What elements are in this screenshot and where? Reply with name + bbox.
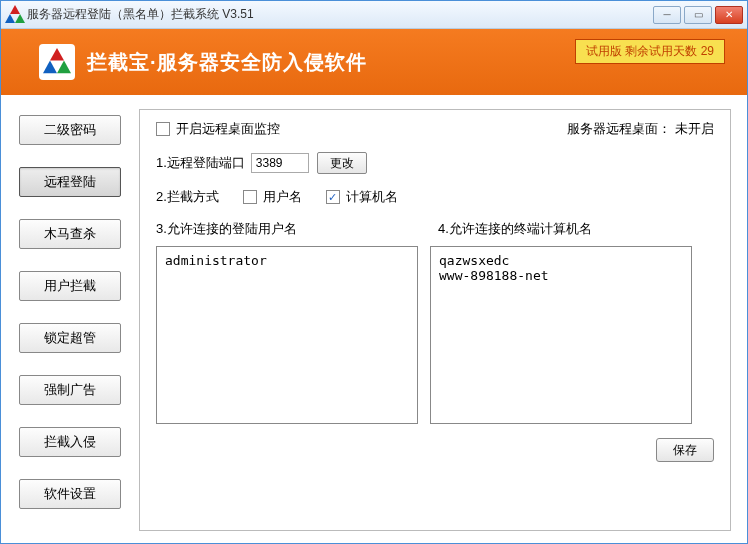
trial-badge: 试用版 剩余试用天数 29: [575, 39, 725, 64]
close-button[interactable]: ✕: [715, 6, 743, 24]
sidebar-item-remote-login[interactable]: 远程登陆: [19, 167, 121, 197]
allow-user-label: 3.允许连接的登陆用户名: [156, 220, 418, 238]
sidebar-item-label: 锁定超管: [44, 329, 96, 347]
window-controls: ─ ▭ ✕: [653, 6, 743, 24]
sidebar-item-label: 木马查杀: [44, 225, 96, 243]
save-button[interactable]: 保存: [656, 438, 714, 462]
server-status-label: 服务器远程桌面：: [567, 121, 671, 136]
brand-logo-icon: [39, 44, 75, 80]
sidebar-item-lock-admin[interactable]: 锁定超管: [19, 323, 121, 353]
sidebar-item-intrusion-block[interactable]: 拦截入侵: [19, 427, 121, 457]
app-window: 服务器远程登陆（黑名单）拦截系统 V3.51 ─ ▭ ✕ 拦截宝·服务器安全防入…: [0, 0, 748, 544]
sidebar-item-secondary-password[interactable]: 二级密码: [19, 115, 121, 145]
sidebar-item-label: 强制广告: [44, 381, 96, 399]
allowed-computers-list[interactable]: qazwsxedc www-898188-net: [430, 246, 692, 424]
brand-title: 拦截宝·服务器安全防入侵软件: [87, 49, 367, 76]
enable-monitor-label: 开启远程桌面监控: [176, 120, 280, 138]
main-panel: 开启远程桌面监控 服务器远程桌面： 未开启 1.远程登陆端口 更改 2.拦截方式…: [139, 109, 731, 531]
sidebar-item-user-block[interactable]: 用户拦截: [19, 271, 121, 301]
body: 二级密码 远程登陆 木马查杀 用户拦截 锁定超管 强制广告 拦截入侵 软件设置 …: [1, 95, 747, 543]
change-port-button[interactable]: 更改: [317, 152, 367, 174]
row-port: 1.远程登陆端口 更改: [156, 152, 714, 174]
titlebar: 服务器远程登陆（黑名单）拦截系统 V3.51 ─ ▭ ✕: [1, 1, 747, 29]
lists-row: administrator qazwsxedc www-898188-net: [156, 246, 714, 424]
server-status: 服务器远程桌面： 未开启: [567, 120, 714, 138]
list-labels-row: 3.允许连接的登陆用户名 4.允许连接的终端计算机名: [156, 220, 714, 238]
sidebar-item-label: 软件设置: [44, 485, 96, 503]
method-label: 2.拦截方式: [156, 188, 219, 206]
sidebar-item-label: 二级密码: [44, 121, 96, 139]
maximize-button[interactable]: ▭: [684, 6, 712, 24]
sidebar-item-label: 远程登陆: [44, 173, 96, 191]
row-method: 2.拦截方式 用户名 计算机名: [156, 188, 714, 206]
port-input[interactable]: [251, 153, 309, 173]
row-enable-monitor: 开启远程桌面监控 服务器远程桌面： 未开启: [156, 120, 714, 138]
by-computer-checkbox[interactable]: [326, 190, 340, 204]
minimize-button[interactable]: ─: [653, 6, 681, 24]
enable-monitor-checkbox[interactable]: [156, 122, 170, 136]
sidebar: 二级密码 远程登陆 木马查杀 用户拦截 锁定超管 强制广告 拦截入侵 软件设置: [19, 109, 121, 531]
sidebar-item-label: 拦截入侵: [44, 433, 96, 451]
window-title: 服务器远程登陆（黑名单）拦截系统 V3.51: [27, 6, 653, 23]
app-icon: [5, 7, 21, 23]
sidebar-item-label: 用户拦截: [44, 277, 96, 295]
by-computer-label: 计算机名: [346, 188, 398, 206]
port-label: 1.远程登陆端口: [156, 154, 245, 172]
server-status-value: 未开启: [675, 121, 714, 136]
allow-computer-label: 4.允许连接的终端计算机名: [438, 220, 700, 238]
sidebar-item-settings[interactable]: 软件设置: [19, 479, 121, 509]
save-row: 保存: [156, 438, 714, 462]
header: 拦截宝·服务器安全防入侵软件 试用版 剩余试用天数 29: [1, 29, 747, 95]
by-user-label: 用户名: [263, 188, 302, 206]
sidebar-item-force-ads[interactable]: 强制广告: [19, 375, 121, 405]
by-user-checkbox[interactable]: [243, 190, 257, 204]
allowed-users-list[interactable]: administrator: [156, 246, 418, 424]
sidebar-item-trojan-scan[interactable]: 木马查杀: [19, 219, 121, 249]
